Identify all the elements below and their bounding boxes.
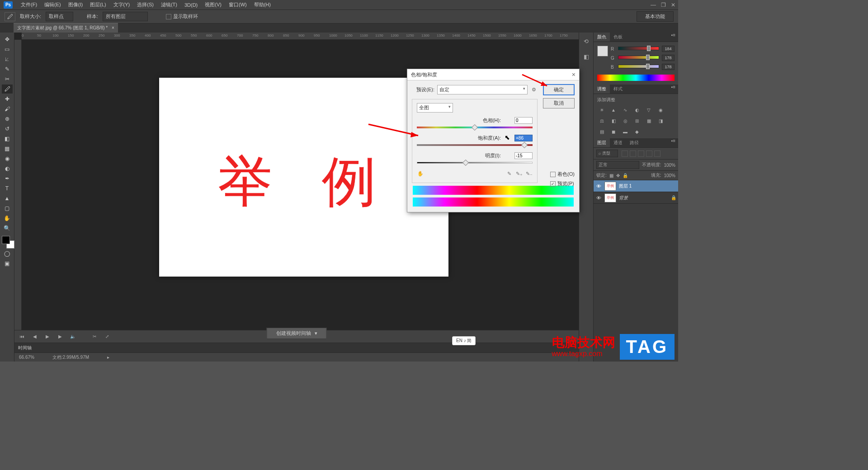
brush-tool-icon[interactable]: 🖌 (2, 104, 13, 113)
path-select-tool-icon[interactable]: ▲ (2, 194, 13, 203)
layer-item[interactable]: 👁 举例 背景 🔒 (594, 192, 678, 204)
tab-close-icon[interactable]: × (112, 25, 114, 30)
sample-dropdown[interactable]: 所有图层 (103, 12, 148, 21)
menu-file[interactable]: 文件(F) (17, 0, 41, 9)
color-balance-adj-icon[interactable]: ⚖ (597, 117, 606, 125)
ime-indicator[interactable]: EN ♪ 简 (452, 336, 476, 345)
hue-slider[interactable] (417, 125, 533, 131)
zoom-tool-icon[interactable]: 🔍 (2, 224, 13, 233)
vibrance-adj-icon[interactable]: ▽ (644, 106, 653, 114)
layer-name[interactable]: 图层 1 (619, 183, 676, 189)
lightness-input[interactable] (514, 152, 533, 159)
layer-thumbnail[interactable]: 举例 (604, 193, 616, 202)
threshold-adj-icon[interactable]: ◼ (609, 127, 618, 136)
lookup-adj-icon[interactable]: ▦ (644, 117, 653, 125)
opacity-value[interactable]: 100% (664, 163, 675, 168)
blur-tool-icon[interactable]: ◉ (2, 154, 13, 163)
brightness-adj-icon[interactable]: ☀ (597, 106, 606, 114)
hue-input[interactable] (514, 117, 533, 124)
ok-button[interactable]: 确定 (543, 84, 575, 95)
r-slider[interactable] (618, 47, 659, 51)
cancel-button[interactable]: 取消 (543, 98, 575, 108)
marquee-tool-icon[interactable]: ▭ (2, 45, 13, 54)
curves-adj-icon[interactable]: ∿ (621, 106, 630, 114)
saturation-input[interactable] (514, 135, 533, 141)
hue-sat-adj-icon[interactable]: ◉ (656, 106, 665, 114)
lock-all-icon[interactable]: 🔒 (623, 173, 628, 178)
type-tool-icon[interactable]: T (2, 184, 13, 193)
foreground-color-swatch[interactable] (2, 236, 10, 244)
preset-dropdown[interactable]: 自定 (437, 85, 528, 94)
close-icon[interactable]: × (572, 71, 576, 78)
timeline-transition-icon[interactable]: ⤢ (103, 333, 111, 340)
posterize-adj-icon[interactable]: ▤ (597, 127, 606, 136)
b-slider[interactable] (618, 65, 659, 69)
color-panel-swatch[interactable] (597, 46, 608, 56)
channels-tab[interactable]: 通道 (610, 138, 626, 147)
blend-mode-dropdown[interactable]: 正常 (596, 161, 639, 169)
eyedropper-tool-icon[interactable] (5, 12, 15, 21)
filter-type-icon[interactable] (638, 150, 644, 157)
eyedropper-tool-icon[interactable] (2, 85, 13, 94)
stamp-tool-icon[interactable]: ⊕ (2, 114, 13, 123)
pen-tool-icon[interactable]: ✒ (2, 174, 13, 183)
document-tab[interactable]: 文字图片素材.jpg @ 66.7% (图层 1, RGB/8) * × (14, 23, 118, 33)
styles-tab[interactable]: 样式 (610, 85, 626, 94)
healing-brush-tool-icon[interactable]: ✚ (2, 94, 13, 103)
window-minimize-icon[interactable]: — (648, 1, 658, 9)
move-tool-icon[interactable]: ✥ (2, 35, 13, 44)
gradient-map-adj-icon[interactable]: ▬ (621, 127, 630, 136)
r-value[interactable]: 184 (662, 46, 675, 52)
timeline-first-icon[interactable]: ⏮ (18, 333, 26, 340)
menu-view[interactable]: 视图(V) (201, 0, 225, 9)
timeline-audio-icon[interactable]: 🔈 (69, 333, 77, 340)
photo-filter-adj-icon[interactable]: ◎ (621, 117, 630, 125)
range-dropdown[interactable]: 全图 (417, 103, 453, 113)
spectrum-bar[interactable] (597, 75, 675, 81)
preview-checkbox[interactable]: ✓ (550, 181, 556, 187)
layer-thumbnail[interactable]: 举例 (604, 182, 616, 191)
colorize-checkbox[interactable] (550, 172, 556, 177)
menu-select[interactable]: 选择(S) (133, 0, 157, 9)
invert-adj-icon[interactable]: ◨ (656, 117, 665, 125)
lock-position-icon[interactable]: ✥ (616, 173, 620, 178)
window-close-icon[interactable]: ✕ (668, 1, 678, 9)
eyedropper-icon[interactable]: ✎ (505, 170, 513, 177)
properties-panel-icon[interactable]: ◧ (581, 52, 591, 61)
adjustments-tab[interactable]: 调整 (594, 85, 610, 94)
gradient-tool-icon[interactable]: ▦ (2, 144, 13, 153)
workspace-selector[interactable]: 基本功能 (637, 11, 674, 22)
visibility-icon[interactable]: 👁 (595, 195, 602, 201)
menu-image[interactable]: 图像(I) (65, 0, 86, 9)
timeline-prev-icon[interactable]: ◀ (31, 333, 39, 340)
color-tab[interactable]: 颜色 (594, 33, 610, 42)
swatches-tab[interactable]: 色板 (610, 33, 626, 42)
saturation-slider[interactable] (417, 142, 533, 149)
hand-tool-icon[interactable]: ✋ (2, 214, 13, 223)
gear-icon[interactable]: ⚙ (530, 86, 538, 94)
eyedropper-subtract-icon[interactable]: ✎₋ (525, 170, 533, 177)
filter-smart-icon[interactable] (654, 150, 660, 157)
timeline-play-icon[interactable]: ▶ (43, 333, 52, 340)
timeline-next-icon[interactable]: ▶ (56, 333, 64, 340)
menu-3d[interactable]: 3D(D) (181, 1, 201, 9)
filter-pixel-icon[interactable] (622, 150, 628, 157)
quick-select-tool-icon[interactable]: ✎ (2, 65, 13, 74)
levels-adj-icon[interactable]: ▲ (609, 106, 618, 114)
filter-shape-icon[interactable] (646, 150, 652, 157)
window-restore-icon[interactable]: ❐ (658, 1, 668, 9)
eyedropper-add-icon[interactable]: ✎₊ (515, 170, 523, 177)
lightness-slider[interactable] (417, 160, 533, 166)
lasso-tool-icon[interactable]: ⟀ (2, 55, 13, 64)
zoom-level[interactable]: 66.67% (19, 355, 34, 360)
layer-name[interactable]: 背景 (619, 195, 668, 201)
bw-adj-icon[interactable]: ◧ (609, 117, 618, 125)
g-slider[interactable] (618, 56, 659, 60)
paths-tab[interactable]: 路径 (626, 138, 642, 147)
color-swatches[interactable] (2, 236, 14, 249)
timeline-panel-tab[interactable]: 时间轴 (14, 343, 579, 352)
menu-edit[interactable]: 编辑(E) (41, 0, 65, 9)
layer-filter-dropdown[interactable]: ⌕ 类型 (596, 150, 618, 157)
menu-help[interactable]: 帮助(H) (250, 0, 274, 9)
menu-filter[interactable]: 滤镜(T) (157, 0, 181, 9)
